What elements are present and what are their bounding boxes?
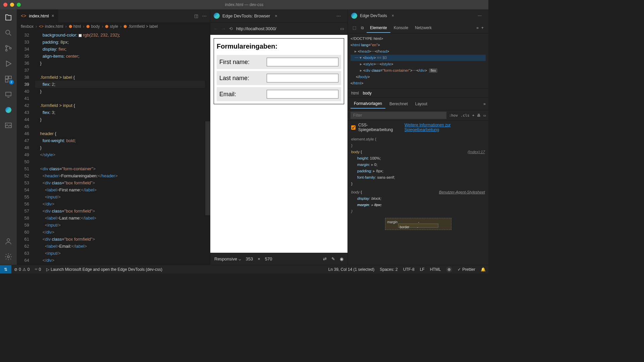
rotate-icon[interactable]: ⇄ [323, 256, 327, 261]
code-editor[interactable]: 3233343536373839404142434445464748495051… [17, 31, 210, 265]
forward-icon[interactable]: → [221, 26, 226, 31]
styles-rules[interactable]: element.style {}(Index):17body {height: … [348, 134, 488, 265]
reload-icon[interactable]: ⟲ [229, 26, 233, 31]
remote-icon[interactable] [4, 90, 13, 99]
styles-tab-formatvorlagen[interactable]: Formatvorlagen [351, 99, 385, 109]
prettier-item[interactable]: ✓ Prettier [455, 266, 478, 273]
eyedropper-icon[interactable]: ✎ [331, 256, 335, 261]
cls-button[interactable]: .cls [461, 113, 470, 118]
breadcrumb-item[interactable]: ⬢ style [105, 24, 118, 29]
minimap[interactable] [205, 31, 210, 265]
devtools-tab-konsole[interactable]: Konsole [390, 23, 412, 32]
breadcrumb-item[interactable]: flexbox [21, 24, 34, 29]
port-icon: ⊕ [446, 266, 452, 273]
account-icon[interactable] [4, 237, 13, 246]
image-icon[interactable] [4, 121, 13, 130]
url-bar[interactable]: http://localhost:3000/ [236, 26, 337, 31]
svg-rect-5 [9, 76, 11, 79]
close-icon[interactable]: × [392, 13, 394, 18]
more-styles-icon[interactable]: » [483, 102, 486, 106]
extensions-icon[interactable]: 2 [4, 74, 13, 84]
text-input[interactable] [267, 74, 338, 82]
more-icon[interactable]: ⋯ [336, 13, 341, 18]
browser-panel: Edge DevTools: Browser × ⋯ ← → ⟲ http://… [210, 9, 347, 265]
responsive-dropdown[interactable]: Responsive ⌵ [214, 256, 241, 261]
tab-index-html[interactable]: <> index.html × [17, 9, 59, 22]
inspect-icon[interactable]: ⬚ [351, 25, 358, 30]
source-control-icon[interactable] [4, 44, 13, 53]
port-icon-wrap[interactable]: ⊕ [443, 266, 455, 273]
svg-point-9 [7, 239, 10, 241]
indentation[interactable]: Spaces: 2 [377, 266, 400, 273]
more-icon[interactable]: ⋯ [202, 13, 207, 18]
dom-tree[interactable]: <!DOCTYPE html> <html lang="en"> ▸<head>… [348, 34, 488, 88]
remote-indicator[interactable]: ⇅ [0, 265, 11, 274]
cursor-position[interactable]: Ln 39, Col 14 (1 selected) [326, 266, 377, 273]
text-input[interactable] [267, 90, 338, 99]
breadcrumb-item[interactable]: <> index.html [39, 24, 63, 29]
viewport-width[interactable]: 353 [246, 256, 253, 261]
minimize-window-icon[interactable] [10, 3, 14, 7]
split-editor-icon[interactable]: ◫ [194, 13, 198, 18]
svg-rect-4 [5, 76, 8, 79]
language-mode[interactable]: HTML [427, 266, 444, 273]
add-tab-icon[interactable]: + [479, 25, 486, 30]
more-icon[interactable]: ⋯ [478, 13, 482, 18]
styles-tab-layout[interactable]: Layout [412, 100, 431, 108]
close-window-icon[interactable] [3, 3, 7, 7]
svg-point-10 [7, 256, 9, 258]
new-rule-icon[interactable]: + [472, 113, 475, 118]
dom-crumb-item[interactable]: html [351, 91, 359, 96]
print-icon[interactable]: 🖶 [477, 113, 481, 118]
maximize-window-icon[interactable] [17, 3, 21, 7]
field-label: Email: [219, 91, 267, 98]
css-mirror-row: CSS-Spiegelbearbeitung Weitere Informati… [348, 121, 488, 134]
styles-tab-berechnet[interactable]: Berechnet [386, 100, 411, 108]
form-field: First name: [217, 55, 341, 69]
close-icon[interactable]: × [275, 13, 277, 18]
computed-icon[interactable]: ▭ [483, 113, 486, 118]
window-title: index.html — dev-css [225, 2, 264, 7]
settings-gear-icon[interactable] [4, 252, 13, 261]
bell-icon[interactable]: 🔔 [478, 266, 488, 273]
ports-item[interactable]: ⌔0 [32, 267, 44, 272]
errors-item[interactable]: ⊘0 ⚠0 [11, 267, 32, 272]
breadcrumb-item[interactable]: ⬢ body [86, 24, 100, 29]
form-field: Email: [217, 87, 341, 101]
tab-devtools[interactable]: Edge DevTools × [351, 13, 394, 19]
styles-filter-input[interactable] [351, 112, 446, 119]
dom-crumb-item[interactable]: body [363, 91, 372, 96]
mirror-link[interactable]: Weitere Informationen zur Spiegelbearbei… [405, 123, 485, 132]
devtools-tab-netzwerk[interactable]: Netzwerk [412, 23, 435, 32]
field-label: Last name: [219, 75, 267, 82]
html-file-icon: <> [21, 13, 26, 18]
viewport-height[interactable]: 570 [265, 256, 272, 261]
tab-browser[interactable]: Edge DevTools: Browser × [214, 13, 277, 19]
screencast-icon[interactable]: ▭ [340, 26, 344, 31]
hov-button[interactable]: :hov [449, 113, 458, 118]
search-icon[interactable] [4, 28, 13, 38]
devtools-tab-elemente[interactable]: Elemente [367, 23, 390, 33]
explorer-icon[interactable] [4, 13, 13, 22]
antenna-icon: ⌔ [35, 267, 37, 272]
text-input[interactable] [267, 58, 338, 66]
launch-item[interactable]: ▷ Launch Microsoft Edge and open the Edg… [44, 267, 165, 272]
debug-icon[interactable] [4, 59, 13, 68]
browser-viewport[interactable]: Formulareingaben: First name:Last name:E… [210, 35, 347, 265]
encoding[interactable]: UTF-8 [400, 266, 417, 273]
breadcrumb[interactable]: flexbox›<> index.html›⬢ html›⬢ body›⬢ st… [17, 22, 210, 31]
device-icon[interactable]: ⧉ [359, 25, 366, 30]
vision-icon[interactable]: ◉ [340, 256, 343, 261]
edge-extension-icon[interactable] [4, 105, 13, 115]
close-icon[interactable]: × [52, 13, 54, 18]
eol[interactable]: LF [417, 266, 427, 273]
browser-tab-label: Edge DevTools: Browser [222, 13, 270, 18]
field-label: First name: [219, 59, 267, 66]
more-tabs-icon[interactable]: » [476, 25, 479, 30]
back-icon[interactable]: ← [214, 26, 218, 31]
breadcrumb-item[interactable]: ⬢ html [69, 24, 81, 29]
breadcrumb-item[interactable]: ⬢ .formfield > label [123, 24, 158, 29]
edge-icon [351, 13, 357, 19]
mirror-checkbox[interactable] [351, 125, 356, 130]
dom-breadcrumb[interactable]: htmlbody [348, 88, 488, 98]
